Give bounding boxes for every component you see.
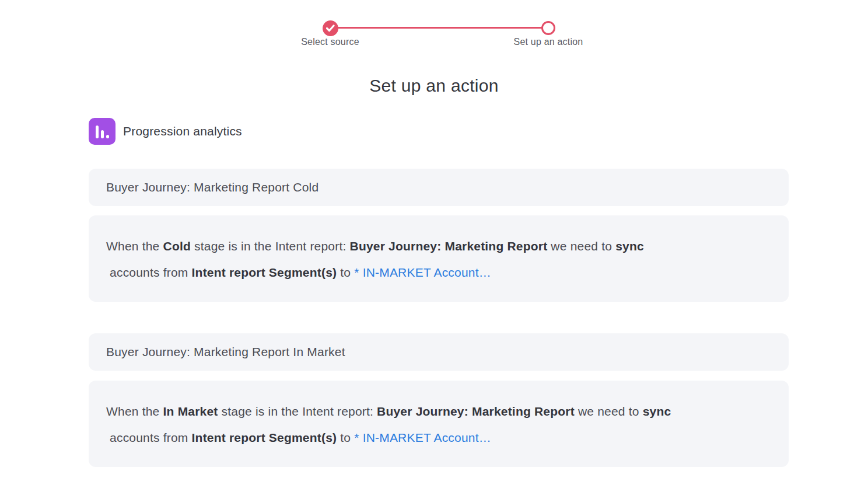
description-text-segment: accounts from [106, 266, 192, 279]
description-text-segment: Intent report Segment(s) [192, 266, 337, 279]
description-text-segment: stage is in the Intent report: [191, 239, 350, 253]
action-description-card[interactable]: When the In Market stage is in the Inten… [89, 381, 789, 467]
page-title: Set up an action [0, 76, 868, 96]
step-setup-action-circle-icon[interactable] [541, 21, 555, 35]
action-description: When the In Market stage is in the Inten… [106, 398, 771, 451]
description-text-segment: In Market [163, 405, 218, 418]
in-market-account-link[interactable]: * IN-MARKET Account… [354, 431, 491, 444]
action-title: Buyer Journey: Marketing Report Cold [106, 180, 318, 194]
check-icon [326, 25, 335, 32]
bar-chart-icon [89, 118, 116, 145]
description-text-segment: Cold [163, 239, 191, 253]
action-description-card[interactable]: When the Cold stage is in the Intent rep… [89, 215, 789, 302]
description-text-segment: to [337, 431, 354, 444]
stepper-connector-line [330, 27, 548, 29]
description-text-segment: When the [106, 405, 163, 418]
description-text-segment: stage is in the Intent report: [218, 405, 377, 418]
description-text-segment: we need to [547, 239, 615, 253]
description-text-segment: When the [106, 239, 163, 253]
source-label: Progression analytics [123, 124, 242, 138]
bar-chart-bar [101, 130, 104, 138]
action-title: Buyer Journey: Marketing Report In Marke… [106, 345, 345, 359]
setup-action-page: { "colors": { "accent_pink": "#e34f68", … [0, 0, 868, 488]
action-title-card[interactable]: Buyer Journey: Marketing Report In Marke… [89, 333, 789, 371]
action-description: When the Cold stage is in the Intent rep… [106, 233, 771, 285]
stepper: Select source Set up an action [0, 0, 868, 58]
description-text-segment: accounts from [106, 431, 192, 444]
description-text-segment: Buyer Journey: Marketing Report [377, 405, 575, 418]
description-text-segment: Intent report Segment(s) [192, 431, 337, 444]
step-label-setup-action: Set up an action [514, 37, 583, 47]
description-text-segment: Buyer Journey: Marketing Report [350, 239, 548, 253]
description-text-segment: we need to [575, 405, 643, 418]
description-text-segment: sync [643, 405, 671, 418]
description-text-segment: sync [615, 239, 644, 253]
bar-chart-bar [106, 135, 109, 138]
source-row: Progression analytics [89, 118, 242, 145]
description-text-segment: to [337, 266, 354, 279]
step-select-source[interactable] [323, 20, 338, 36]
action-title-card[interactable]: Buyer Journey: Marketing Report Cold [89, 169, 789, 206]
bar-chart-bar [96, 126, 99, 138]
step-label-select-source: Select source [301, 37, 359, 47]
in-market-account-link[interactable]: * IN-MARKET Account… [354, 266, 491, 279]
